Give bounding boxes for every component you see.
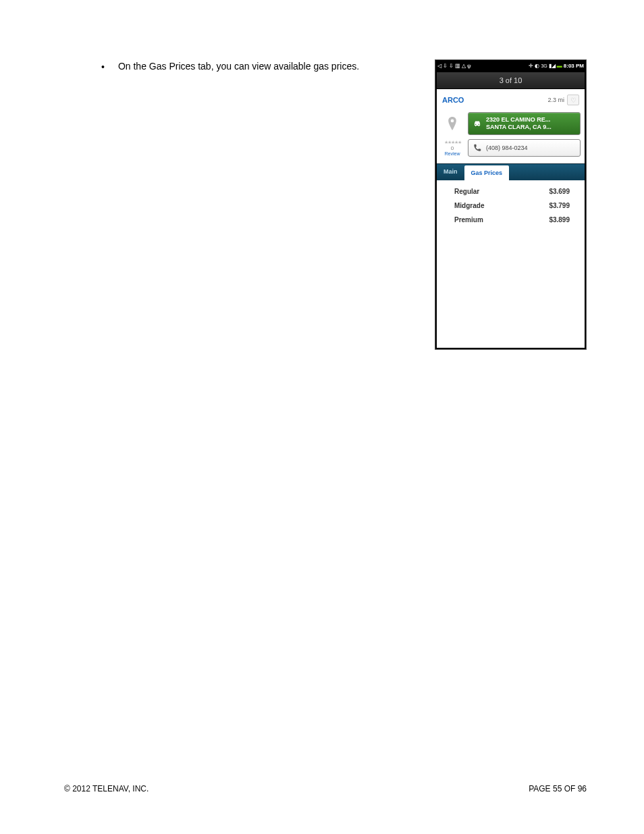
- warning-icon: △: [462, 63, 466, 69]
- price-row: Midgrade $3.799: [437, 199, 585, 213]
- svg-point-2: [479, 124, 480, 125]
- info-section: 2320 EL CAMINO RE... SANTA CLARA, CA 9..…: [437, 109, 585, 163]
- price-value: $3.699: [549, 188, 570, 195]
- download-icon: ⇩: [443, 63, 448, 69]
- price-row: Regular $3.699: [437, 184, 585, 199]
- tab-main[interactable]: Main: [437, 164, 464, 180]
- price-row: Premium $3.899: [437, 213, 585, 227]
- sync-icon: ◐: [535, 63, 539, 69]
- price-value: $3.799: [549, 202, 570, 209]
- review-label: Review: [445, 151, 460, 156]
- address-line-2: SANTA CLARA, CA 9...: [486, 124, 552, 131]
- favorite-button[interactable]: ♡: [567, 95, 579, 105]
- price-value: $3.899: [549, 216, 570, 224]
- gps-icon: ✛: [529, 63, 533, 69]
- network-3g-icon: 3G: [541, 63, 547, 68]
- car-icon: [473, 119, 482, 128]
- svg-point-0: [451, 119, 454, 122]
- bullet-dot: •: [101, 61, 105, 72]
- grade-label: Regular: [454, 188, 479, 195]
- phone-number: (408) 984-0234: [486, 145, 528, 151]
- usb-icon: ψ: [467, 63, 471, 69]
- star-icons: ★★★★★: [444, 140, 461, 145]
- tabs-row: Main Gas Prices: [437, 163, 585, 180]
- tab-gas-prices[interactable]: Gas Prices: [464, 165, 510, 180]
- heart-icon: ♡: [570, 97, 576, 104]
- phone-icon: [473, 143, 482, 153]
- title-row: ARCO 2.3 mi ♡: [437, 89, 585, 109]
- result-counter: 3 of 10: [437, 72, 585, 89]
- rating-block: ★★★★★ 0 Review: [441, 139, 464, 157]
- grade-label: Midgrade: [454, 202, 484, 209]
- call-button[interactable]: (408) 984-0234: [468, 139, 581, 157]
- clock: 8:03 PM: [564, 63, 584, 69]
- battery-icon: ▬: [557, 63, 562, 69]
- location-marker: [441, 112, 464, 135]
- svg-point-1: [475, 124, 477, 125]
- gas-prices-panel: Regular $3.699 Midgrade $3.799 Premium $…: [437, 180, 585, 348]
- pin-icon: [448, 117, 457, 130]
- phone-screenshot: ◁ ⇩ ⇩ ▥ △ ψ ✛ ◐ 3G ▮◢ ▬ 8:03 PM 3 of 10 …: [435, 59, 587, 350]
- download-icon-2: ⇩: [449, 63, 454, 69]
- app-frame: 3 of 10 ARCO 2.3 mi ♡: [437, 72, 585, 348]
- back-icon: ◁: [437, 63, 441, 69]
- address-line-1: 2320 EL CAMINO RE...: [486, 116, 552, 124]
- page-number: PAGE 55 OF 96: [529, 784, 587, 793]
- grade-label: Premium: [454, 216, 483, 224]
- page-footer: © 2012 TELENAV, INC. PAGE 55 OF 96: [64, 784, 587, 793]
- distance-text: 2.3 mi: [547, 97, 564, 103]
- status-icons-right: ✛ ◐ 3G ▮◢ ▬ 8:03 PM: [529, 63, 584, 69]
- copyright-text: © 2012 TELENAV, INC.: [64, 784, 149, 793]
- status-icons-left: ◁ ⇩ ⇩ ▥ △ ψ: [437, 63, 471, 69]
- review-count: 0: [451, 145, 454, 151]
- poi-name: ARCO: [442, 96, 464, 104]
- instruction-text: On the Gas Prices tab, you can view avai…: [118, 61, 359, 72]
- drive-to-button[interactable]: 2320 EL CAMINO RE... SANTA CLARA, CA 9..…: [468, 112, 581, 135]
- picture-icon: ▥: [455, 63, 460, 69]
- status-bar: ◁ ⇩ ⇩ ▥ △ ψ ✛ ◐ 3G ▮◢ ▬ 8:03 PM: [435, 60, 586, 71]
- signal-icon: ▮◢: [549, 63, 556, 69]
